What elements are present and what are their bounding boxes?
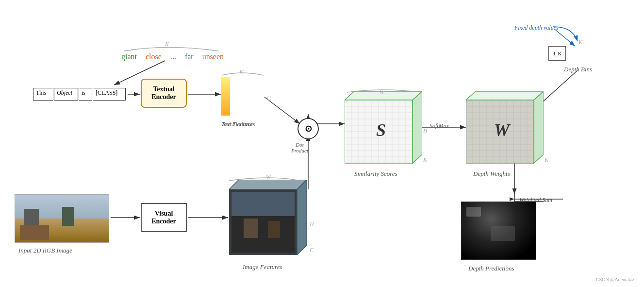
input-image: [15, 194, 109, 243]
similarity-scores-label: Similarity Scores: [354, 170, 397, 178]
k-label-bars: K: [239, 69, 243, 76]
depth-weights-label: Depth Weights: [473, 170, 510, 178]
depth-weights-cube: W: [466, 91, 544, 166]
word-ellipsis1: ...: [170, 52, 176, 61]
word-giant: giant: [121, 52, 137, 61]
similarity-cube: S: [345, 91, 422, 166]
visual-encoder-box: VisualEncoder: [141, 203, 187, 232]
bar-yellow: [221, 77, 230, 116]
svg-marker-65: [297, 180, 307, 255]
input-label: Input 2D RGB Image: [18, 247, 72, 254]
svg-marker-19: [413, 91, 422, 163]
svg-marker-41: [534, 91, 544, 163]
c-label-img: C: [310, 247, 314, 254]
svg-text:S: S: [376, 120, 386, 140]
svg-rect-69: [244, 219, 258, 238]
depth-bins-label: Depth Bins: [564, 66, 592, 73]
text-features-label-txt: Text Features: [221, 120, 255, 128]
depth-predictions-label: Depth Predictions: [468, 265, 514, 272]
svg-rect-67: [231, 192, 295, 216]
svg-text:W: W: [494, 120, 511, 140]
dot-product-label: DotProduct: [291, 142, 308, 153]
text-features-bars: ...: [221, 77, 228, 116]
svg-rect-70: [268, 221, 280, 238]
token-is: is: [79, 88, 92, 101]
depth-prediction-img: [461, 202, 536, 260]
textual-encoder-box: TextualEncoder: [141, 79, 187, 108]
c-label-text: C: [267, 95, 271, 102]
dot-product-symbol: ⊙: [297, 118, 319, 139]
word-unseen: unseen: [202, 52, 224, 61]
token-object: Object: [54, 88, 78, 101]
class-words: giant close ... far unseen: [121, 52, 224, 61]
token-this: This: [33, 88, 53, 101]
word-close: close: [146, 52, 162, 61]
softmax-label: SoftMax: [429, 122, 449, 130]
word-far: far: [185, 52, 194, 61]
image-features-label: Image Features: [243, 263, 282, 271]
k-label-words: K: [165, 41, 169, 48]
image-features-cube: [229, 180, 307, 257]
h-label-s: H: [423, 127, 428, 135]
svg-marker-40: [466, 91, 544, 100]
w-label-s: W: [380, 88, 384, 96]
svg-marker-64: [229, 180, 307, 189]
csdn-label: CSDN @Adenialzz: [596, 277, 634, 282]
visual-encoder-label: VisualEncoder: [151, 210, 176, 225]
svg-rect-68: [231, 216, 295, 253]
textual-encoder-label: TextualEncoder: [151, 85, 176, 101]
k-label-s: K: [423, 156, 427, 164]
h-label-img: H: [310, 221, 314, 228]
k-label-w: K: [545, 156, 548, 164]
token-class: [CLASS]: [93, 88, 126, 101]
w-label-img: W: [266, 174, 271, 181]
